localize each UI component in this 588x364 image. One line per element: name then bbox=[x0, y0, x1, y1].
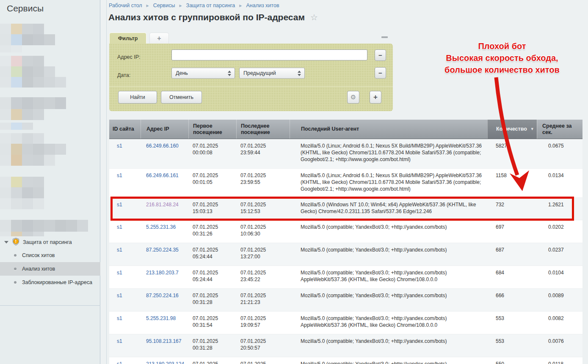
redacted-menu-block bbox=[0, 97, 66, 109]
table-row[interactable]: s1 213.180.203.7 07.01.2025 05:24:44 07.… bbox=[109, 266, 582, 289]
user-agent: Mozilla/5.0 (Linux; Android 6.0.1; Nexus… bbox=[290, 139, 487, 168]
ip-link[interactable]: 66.249.66.160 bbox=[146, 143, 179, 149]
header-site-id[interactable]: ID сайта bbox=[109, 120, 141, 139]
ip-link[interactable]: 66.249.66.161 bbox=[146, 172, 179, 178]
svg-text:!: ! bbox=[15, 239, 17, 244]
avg-per-sec: 0.0089 bbox=[537, 289, 582, 311]
tab-filter[interactable]: Фильтр bbox=[109, 33, 146, 44]
site-link[interactable]: s1 bbox=[117, 247, 122, 253]
redacted-menu-block bbox=[0, 66, 55, 77]
breadcrumb-hit-analysis[interactable]: Анализ хитов bbox=[246, 3, 279, 8]
hit-count: 684 bbox=[487, 266, 537, 288]
header-count-sorted[interactable]: Количество ▼ bbox=[487, 120, 537, 139]
content-left-border bbox=[106, 0, 107, 364]
avg-per-sec: 0.0134 bbox=[537, 169, 582, 197]
annotation-line: Высокая скорость обхода, bbox=[419, 52, 585, 64]
ip-link[interactable]: 213.180.203.7 bbox=[146, 270, 179, 276]
first-visit: 07.01.2025 05:24:44 bbox=[188, 243, 236, 265]
collapse-filter-icon[interactable] bbox=[381, 36, 388, 38]
table-row[interactable]: s1 66.249.66.161 07.01.2025 00:01:05 07.… bbox=[109, 169, 582, 198]
first-visit: 07.01.2025 00:00:08 bbox=[188, 139, 236, 168]
ip-link[interactable]: 213.180.203.124 bbox=[146, 361, 184, 364]
add-filter-tab[interactable]: + bbox=[149, 33, 169, 44]
first-visit: 07.01.2025 05:24:44 bbox=[188, 266, 236, 288]
breadcrumb-arrow-icon: ▶ bbox=[179, 4, 182, 8]
site-link[interactable]: s1 bbox=[117, 202, 122, 208]
ip-link[interactable]: 87.250.224.35 bbox=[146, 247, 179, 253]
breadcrumb-desktop[interactable]: Рабочий стол bbox=[109, 3, 142, 8]
sort-desc-icon: ▼ bbox=[530, 126, 534, 132]
site-link[interactable]: s1 bbox=[117, 338, 122, 344]
filter-divider bbox=[109, 86, 393, 87]
hits-table: ID сайта Адрес IP Первое посещение После… bbox=[109, 120, 582, 364]
user-agent: Mozilla/5.0 (Windows NT 10.0; Win64; x64… bbox=[290, 198, 487, 220]
table-row[interactable]: s1 66.249.66.160 07.01.2025 00:00:08 07.… bbox=[109, 139, 582, 169]
avg-per-sec: 0.0237 bbox=[537, 243, 582, 265]
header-last-visit[interactable]: Последнее посещение bbox=[236, 120, 290, 139]
table-row[interactable]: s1 95.108.213.167 07.01.2025 00:31:28 07… bbox=[109, 334, 582, 357]
annotation-bad-bot: Плохой бот Высокая скорость обхода, боль… bbox=[419, 40, 585, 76]
ip-filter-input[interactable] bbox=[171, 49, 367, 60]
sidebar-item-label: Заблокированные IP-адреса bbox=[22, 279, 92, 285]
user-agent: Mozilla/5.0 (compatible; YandexBot/3.0; … bbox=[290, 334, 487, 357]
remove-ip-filter-button[interactable]: − bbox=[375, 49, 386, 61]
bullet-icon bbox=[14, 254, 17, 257]
table-row[interactable]: s1 213.180.203.124 07.01.2025 07.01.2025… bbox=[109, 357, 582, 364]
header-ip[interactable]: Адрес IP bbox=[141, 120, 188, 139]
breadcrumb-services[interactable]: Сервисы bbox=[153, 3, 175, 8]
date-period-select[interactable]: День bbox=[171, 68, 235, 79]
hit-count: 697 bbox=[487, 220, 537, 243]
site-link[interactable]: s1 bbox=[117, 361, 122, 364]
ip-link[interactable]: 5.255.231.98 bbox=[146, 315, 176, 321]
last-visit: 07.01.2025 19:09:57 bbox=[236, 312, 290, 334]
settings-button[interactable]: ⚙ bbox=[347, 91, 359, 104]
find-button[interactable]: Найти bbox=[118, 91, 157, 104]
breadcrumb-parsing-protection[interactable]: Защита от парсинга bbox=[186, 3, 235, 8]
last-visit: 07.01.2025 20:50:57 bbox=[236, 334, 290, 357]
sidebar-item-hit-analysis[interactable]: Анализ хитов bbox=[0, 262, 100, 276]
sidebar-section-parsing-protection[interactable]: ! Защита от парсинга bbox=[0, 236, 100, 249]
table-row[interactable]: s1 87.250.224.16 07.01.2025 00:31:28 07.… bbox=[109, 289, 582, 312]
table-row-highlighted-bad-bot[interactable]: s1 216.81.248.24 07.01.2025 15:03:13 07.… bbox=[109, 198, 582, 220]
redacted-menu-block bbox=[0, 155, 55, 166]
ip-link-visited[interactable]: 216.81.248.24 bbox=[146, 202, 179, 208]
ip-link[interactable]: 87.250.224.16 bbox=[146, 293, 179, 298]
title-row: Анализ хитов с группировкой по IP-адреса… bbox=[108, 12, 318, 22]
add-condition-button[interactable]: + bbox=[370, 91, 381, 104]
redacted-menu-block bbox=[0, 220, 88, 232]
filter-panel: Адрес IP: − Дата: День Предыдущий − Найт… bbox=[109, 44, 393, 111]
hit-count: 687 bbox=[487, 243, 537, 265]
site-link[interactable]: s1 bbox=[117, 270, 122, 276]
sidebar-item-hit-list[interactable]: Список хитов bbox=[0, 249, 100, 262]
cancel-button[interactable]: Отменить bbox=[161, 91, 202, 104]
site-link[interactable]: s1 bbox=[117, 293, 122, 298]
date-value-select[interactable]: Предыдущий bbox=[239, 68, 305, 79]
table-row[interactable]: s1 87.250.224.35 07.01.2025 05:24:44 07.… bbox=[109, 243, 582, 266]
header-avg[interactable]: Среднее за сек. bbox=[537, 120, 582, 139]
date-period-value: День bbox=[176, 70, 188, 76]
site-link[interactable]: s1 bbox=[117, 143, 122, 149]
user-agent: Mozilla/5.0 (compatible; YandexBot/3.0; … bbox=[290, 243, 487, 265]
chevron-down-icon[interactable] bbox=[4, 241, 8, 244]
sidebar-menu: ! Защита от парсинга Список хитов Анализ… bbox=[0, 236, 100, 289]
shield-warning-icon: ! bbox=[12, 238, 19, 247]
remove-date-filter-button[interactable]: − bbox=[375, 67, 386, 79]
favorite-star-icon[interactable]: ☆ bbox=[310, 12, 318, 22]
header-user-agent[interactable]: Последний User-агент bbox=[290, 120, 487, 139]
table-row[interactable]: s1 5.255.231.36 07.01.2025 00:31:26 07.0… bbox=[109, 220, 582, 243]
bullet-icon bbox=[14, 268, 17, 270]
site-link[interactable]: s1 bbox=[117, 172, 122, 178]
sidebar-item-blocked-ips[interactable]: Заблокированные IP-адреса bbox=[0, 276, 100, 289]
breadcrumb-arrow-icon: ▶ bbox=[239, 4, 242, 8]
ip-link[interactable]: 5.255.231.36 bbox=[146, 224, 176, 230]
header-first-visit[interactable]: Первое посещение bbox=[188, 120, 236, 139]
avg-per-sec: 0.0675 bbox=[537, 139, 582, 168]
table-header: ID сайта Адрес IP Первое посещение После… bbox=[109, 120, 582, 139]
sidebar-divider bbox=[0, 305, 100, 306]
hit-count: 1158 bbox=[487, 169, 537, 197]
ip-link[interactable]: 95.108.213.167 bbox=[146, 338, 181, 344]
site-link[interactable]: s1 bbox=[117, 315, 122, 321]
table-row[interactable]: s1 5.255.231.98 07.01.2025 00:31:54 07.0… bbox=[109, 312, 582, 334]
site-link[interactable]: s1 bbox=[117, 224, 122, 230]
redacted-menu-block bbox=[0, 45, 22, 52]
